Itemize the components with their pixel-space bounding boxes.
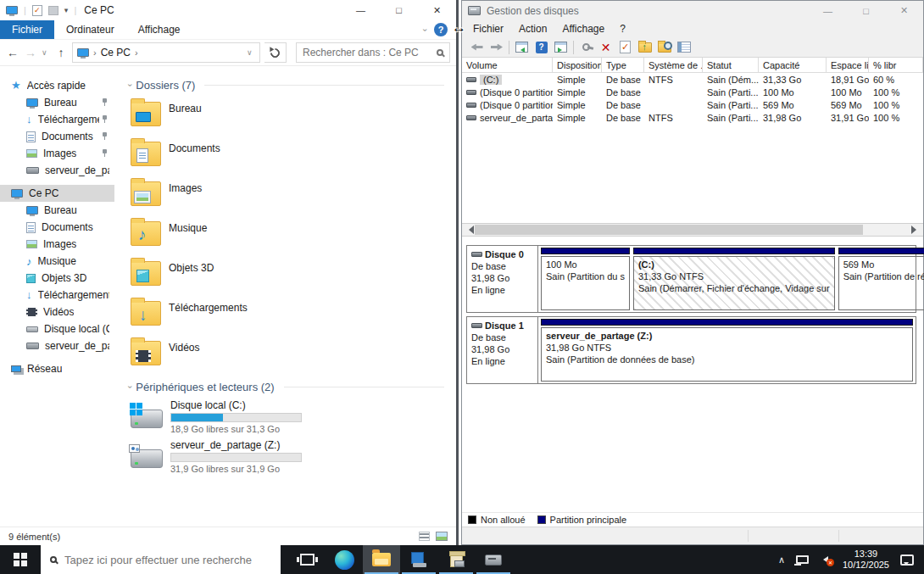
menu-action[interactable]: Action xyxy=(511,23,554,35)
horizontal-scrollbar[interactable] xyxy=(462,224,923,237)
table-row[interactable]: (Disque 0 partition... Simple De base Sa… xyxy=(462,86,923,98)
search-box[interactable] xyxy=(296,42,450,63)
menu-affichage[interactable]: Affichage xyxy=(554,23,612,35)
search-input[interactable] xyxy=(303,47,437,59)
sidebar-item-documents[interactable]: Documents xyxy=(0,219,114,236)
action-pane-icon[interactable] xyxy=(554,40,568,54)
maximize-button[interactable]: □ xyxy=(380,0,418,20)
ribbon-collapse-icon[interactable]: › xyxy=(420,28,430,31)
forward-icon[interactable] xyxy=(489,40,504,54)
menu-help[interactable]: ? xyxy=(612,23,633,35)
table-row[interactable]: serveur_de_partag... Simple De base NTFS… xyxy=(462,111,923,124)
open-folder-icon[interactable] xyxy=(637,40,652,54)
computer-management-button[interactable] xyxy=(400,545,437,574)
back-icon[interactable] xyxy=(470,40,484,54)
folder-item-bureau[interactable]: Bureau xyxy=(129,98,456,137)
column-header[interactable]: Espace li... xyxy=(827,58,869,73)
recent-locations-icon[interactable]: ∨ xyxy=(42,48,50,57)
console-tree-icon[interactable] xyxy=(515,40,529,54)
scroll-left-icon[interactable] xyxy=(465,226,474,234)
refresh-button[interactable] xyxy=(264,42,287,63)
sidebar-item-bureau[interactable]: Bureau xyxy=(0,202,114,219)
edge-button[interactable] xyxy=(326,545,363,574)
details-view-icon[interactable] xyxy=(419,532,430,541)
scroll-right-icon[interactable] xyxy=(911,226,921,234)
section-header-peripheriques[interactable]: › Périphériques et lecteurs (2) xyxy=(129,379,456,394)
sidebar-item-objets-3d[interactable]: Objets 3D xyxy=(0,270,114,287)
partition-recovery[interactable]: 569 Mo Sain (Partition de récupérat xyxy=(838,248,924,310)
folder-item-telechargements[interactable]: ↓ Téléchargements xyxy=(129,297,456,337)
sidebar-item-serveur-qa[interactable]: serveur_de_partage xyxy=(0,162,114,179)
close-button[interactable]: ✕ xyxy=(885,1,923,20)
partition-system[interactable]: 100 Mo Sain (Partition du s xyxy=(541,248,630,310)
mark-partition-icon[interactable]: ✓ xyxy=(618,40,632,54)
address-dropdown-icon[interactable]: ∨ xyxy=(247,48,255,57)
column-header[interactable]: Système de ... xyxy=(644,58,703,73)
properties-qat-icon[interactable]: ✓ xyxy=(32,5,42,16)
taskbar-search[interactable] xyxy=(41,545,281,574)
maximize-button[interactable]: □ xyxy=(847,1,885,20)
drive-item-c[interactable]: Disque local (C:) 18,9 Go libres sur 31,… xyxy=(129,399,456,439)
thumbnail-view-icon[interactable] xyxy=(436,532,448,541)
table-row[interactable]: (Disque 0 partition... Simple De base Sa… xyxy=(462,98,923,111)
network-status-icon[interactable] xyxy=(796,555,809,564)
tray-expand-icon[interactable]: ∧ xyxy=(778,554,785,566)
new-folder-qat-icon[interactable] xyxy=(48,6,58,15)
partition-c[interactable]: (C:) 31,33 Go NTFS Sain (Démarrer, Fichi… xyxy=(633,248,835,310)
minimize-button[interactable]: — xyxy=(342,0,380,20)
column-header[interactable]: Disposition xyxy=(553,58,602,73)
sidebar-item-videos[interactable]: Vidéos xyxy=(0,304,114,320)
sidebar-item-musique[interactable]: ♪ Musique xyxy=(0,253,114,270)
action-center-icon[interactable] xyxy=(900,554,914,566)
back-icon[interactable]: ← xyxy=(6,46,19,59)
sidebar-item-bureau-qa[interactable]: Bureau xyxy=(0,94,114,111)
column-header[interactable]: Type xyxy=(602,58,644,73)
properties-icon[interactable] xyxy=(676,40,691,54)
explore-folder-icon[interactable] xyxy=(657,40,671,54)
sidebar-item-disque-local[interactable]: Disque local (C:) xyxy=(0,320,114,337)
address-bar[interactable]: › Ce PC › ∨ xyxy=(72,42,260,63)
clock[interactable]: 13:39 10/12/2025 xyxy=(843,549,889,571)
sidebar-item-telechargements[interactable]: ↓ Téléchargements xyxy=(0,287,114,304)
help-icon[interactable]: ? xyxy=(534,40,548,54)
start-button[interactable] xyxy=(0,545,41,574)
folder-item-videos[interactable]: Vidéos xyxy=(129,337,456,376)
column-header[interactable]: % libr xyxy=(869,58,923,73)
taskbar-search-input[interactable] xyxy=(64,554,271,566)
breadcrumb[interactable]: Ce PC xyxy=(101,47,131,59)
drive-item-z[interactable]: serveur_de_partage (Z:) 31,9 Go libres s… xyxy=(129,439,456,479)
file-explorer-button[interactable] xyxy=(363,545,400,574)
qat-dropdown-icon[interactable]: ▾ xyxy=(64,6,69,14)
rescan-icon[interactable] xyxy=(579,40,593,54)
sidebar-item-images[interactable]: Images xyxy=(0,236,114,253)
scrollbar-thumb[interactable] xyxy=(475,225,863,235)
forward-icon[interactable]: → xyxy=(24,46,37,59)
close-button[interactable]: ✕ xyxy=(418,0,456,20)
folder-item-documents[interactable]: Documents xyxy=(129,137,456,177)
up-icon[interactable]: ↑ xyxy=(54,46,68,59)
partition-z[interactable]: serveur_de_partage (Z:) 31,98 Go NTFS Sa… xyxy=(541,319,913,382)
minimize-button[interactable]: — xyxy=(809,1,847,20)
sidebar-item-serveur[interactable]: serveur_de_partage xyxy=(0,337,114,354)
task-view-button[interactable] xyxy=(288,545,326,574)
column-header[interactable]: Capacité xyxy=(759,58,827,73)
sidebar-item-images-qa[interactable]: Images xyxy=(0,145,114,162)
column-header[interactable]: Volume xyxy=(462,58,553,73)
folder-item-images[interactable]: Images xyxy=(129,177,456,217)
delete-volume-icon[interactable]: ✕ xyxy=(598,40,613,54)
column-header[interactable]: Statut xyxy=(703,58,759,73)
tab-affichage[interactable]: Affichage xyxy=(126,20,192,39)
tab-ordinateur[interactable]: Ordinateur xyxy=(54,20,126,39)
folder-item-objets-3d[interactable]: Objets 3D xyxy=(129,257,456,297)
sidebar-item-documents-qa[interactable]: Documents xyxy=(0,128,114,145)
help-icon[interactable]: ? xyxy=(434,23,448,36)
sidebar-item-reseau[interactable]: Réseau xyxy=(0,360,114,377)
menu-fichier[interactable]: Fichier xyxy=(465,23,511,35)
folder-item-musique[interactable]: ♪ Musique xyxy=(129,217,456,257)
sidebar-item-telechargements-qa[interactable]: ↓ Téléchargements xyxy=(0,111,114,128)
section-header-dossiers[interactable]: › Dossiers (7) xyxy=(129,77,456,92)
volume-muted-icon[interactable] xyxy=(820,554,832,565)
table-row[interactable]: (C:) Simple De base NTFS Sain (Dém... 31… xyxy=(462,73,923,86)
sidebar-item-ce-pc[interactable]: Ce PC xyxy=(0,185,114,202)
device-app-button[interactable] xyxy=(475,545,512,574)
